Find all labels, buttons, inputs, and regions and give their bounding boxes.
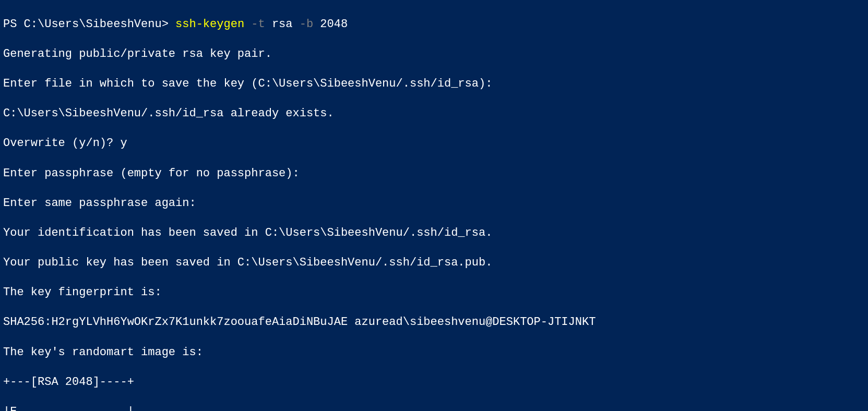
flag-t: -t xyxy=(251,18,272,31)
randomart-line: +---[RSA 2048]----+ xyxy=(3,375,865,390)
output-line: Your identification has been saved in C:… xyxy=(3,226,865,241)
flag-b: -b xyxy=(300,18,320,31)
arg-rsa: rsa xyxy=(272,18,300,31)
output-line: Overwrite (y/n)? y xyxy=(3,136,865,151)
output-line: SHA256:H2rgYLVhH6YwOKrZx7K1unkk7zoouafeA… xyxy=(3,315,865,330)
command-name: ssh-keygen xyxy=(175,18,251,31)
randomart-line: |E .. | xyxy=(3,405,865,411)
command-line-1: PS C:\Users\SibeeshVenu> ssh-keygen -t r… xyxy=(3,17,865,32)
output-line: Generating public/private rsa key pair. xyxy=(3,47,865,62)
output-line: Enter file in which to save the key (C:\… xyxy=(3,77,865,92)
prompt-1: PS C:\Users\SibeeshVenu> xyxy=(3,18,175,31)
output-line: Enter passphrase (empty for no passphras… xyxy=(3,166,865,182)
terminal-window[interactable]: PS C:\Users\SibeeshVenu> ssh-keygen -t r… xyxy=(3,2,865,411)
output-line: The key's randomart image is: xyxy=(3,345,865,360)
output-line: C:\Users\SibeeshVenu/.ssh/id_rsa already… xyxy=(3,106,865,122)
output-line: The key fingerprint is: xyxy=(3,285,865,300)
output-line: Your public key has been saved in C:\Use… xyxy=(3,256,865,271)
output-line: Enter same passphrase again: xyxy=(3,196,865,211)
arg-2048: 2048 xyxy=(320,18,348,31)
